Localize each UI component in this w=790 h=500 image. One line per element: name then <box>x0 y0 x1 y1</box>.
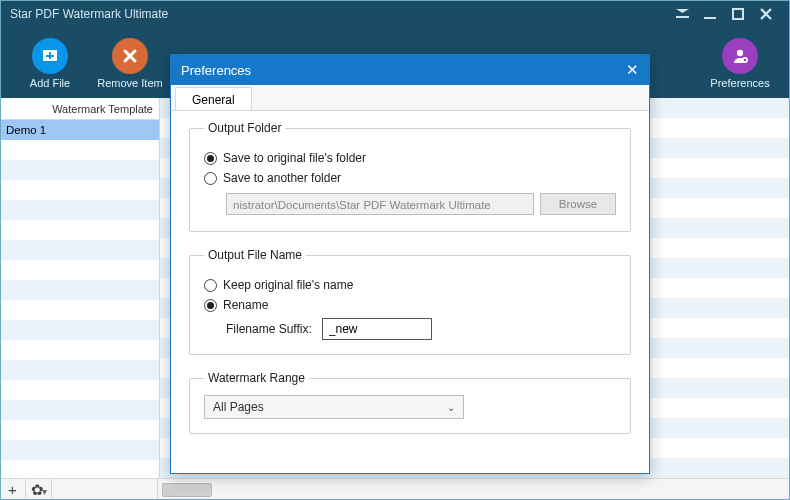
tab-general[interactable]: General <box>175 87 252 110</box>
svg-rect-1 <box>704 17 716 19</box>
remove-icon <box>121 47 139 65</box>
template-row[interactable]: Demo 1 <box>0 120 159 140</box>
opt-keep-name[interactable]: Keep original file's name <box>204 278 616 292</box>
remove-item-label: Remove Item <box>97 77 162 89</box>
preferences-dialog: Preferences ✕ General Output Folder Save… <box>170 54 650 474</box>
browse-button: Browse <box>540 193 616 215</box>
opt-save-original-label: Save to original file's folder <box>223 151 366 165</box>
watermark-range-legend: Watermark Range <box>204 371 309 385</box>
close-window-button[interactable] <box>752 8 780 20</box>
dialog-title: Preferences <box>181 63 251 78</box>
svg-rect-0 <box>676 16 689 18</box>
svg-point-6 <box>737 49 743 55</box>
template-header: Watermark Template <box>0 98 159 120</box>
svg-rect-5 <box>46 55 54 57</box>
dialog-close-button[interactable]: ✕ <box>626 61 639 79</box>
title-bar: Star PDF Watermark Ultimate <box>0 0 790 28</box>
maximize-button[interactable] <box>724 8 752 20</box>
tab-general-label: General <box>192 93 235 107</box>
minimize-button[interactable] <box>696 8 724 20</box>
add-template-button[interactable]: + <box>0 479 26 500</box>
template-panel: Watermark Template Demo 1 <box>0 98 160 478</box>
opt-rename-label: Rename <box>223 298 268 312</box>
opt-save-other-label: Save to another folder <box>223 171 341 185</box>
output-path-field: nistrator\Documents\Star PDF Watermark U… <box>226 193 534 215</box>
template-row-label: Demo 1 <box>6 124 46 136</box>
dialog-titlebar: Preferences ✕ <box>171 55 649 85</box>
output-filename-group: Output File Name Keep original file's na… <box>189 248 631 355</box>
bottom-bar: + ✿▾ <box>0 478 790 500</box>
menu-icon[interactable] <box>668 9 696 19</box>
opt-keep-name-label: Keep original file's name <box>223 278 353 292</box>
opt-save-other[interactable]: Save to another folder <box>204 171 616 185</box>
output-folder-legend: Output Folder <box>204 121 285 135</box>
range-select[interactable]: All Pages ⌄ <box>204 395 464 419</box>
svg-rect-2 <box>733 9 743 19</box>
template-list[interactable]: Demo 1 <box>0 120 159 478</box>
preferences-button[interactable]: Preferences <box>700 38 780 89</box>
preferences-icon <box>730 46 750 66</box>
radio-icon <box>204 172 217 185</box>
add-file-icon <box>40 46 60 66</box>
opt-save-original[interactable]: Save to original file's folder <box>204 151 616 165</box>
radio-icon <box>204 299 217 312</box>
template-settings-button[interactable]: ✿▾ <box>26 479 52 500</box>
watermark-range-group: Watermark Range All Pages ⌄ <box>189 371 631 434</box>
opt-rename[interactable]: Rename <box>204 298 616 312</box>
radio-icon <box>204 279 217 292</box>
svg-point-8 <box>744 58 747 61</box>
suffix-input[interactable] <box>322 318 432 340</box>
horizontal-scrollbar[interactable] <box>162 483 786 497</box>
app-title: Star PDF Watermark Ultimate <box>10 7 168 21</box>
range-value: All Pages <box>213 400 264 414</box>
suffix-label: Filename Suffix: <box>226 322 312 336</box>
scroll-thumb[interactable] <box>162 483 212 497</box>
output-folder-group: Output Folder Save to original file's fo… <box>189 121 631 232</box>
chevron-down-icon: ⌄ <box>447 402 455 413</box>
add-file-label: Add File <box>30 77 70 89</box>
radio-icon <box>204 152 217 165</box>
dialog-tabs: General <box>171 85 649 111</box>
remove-item-button[interactable]: Remove Item <box>90 38 170 89</box>
output-filename-legend: Output File Name <box>204 248 306 262</box>
add-file-button[interactable]: Add File <box>10 38 90 89</box>
preferences-label: Preferences <box>710 77 769 89</box>
